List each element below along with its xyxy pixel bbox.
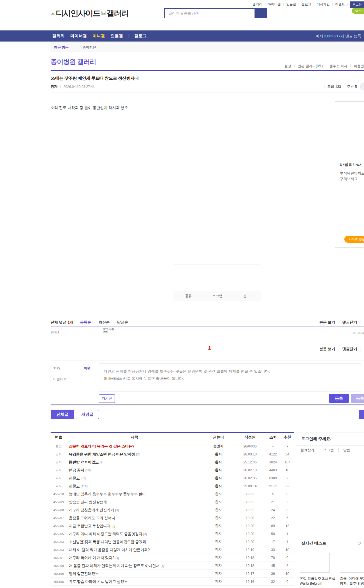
sort-newest[interactable]: 최신순 bbox=[99, 320, 110, 325]
write-button-cut[interactable] bbox=[359, 410, 364, 419]
post-writer[interactable]: 환자 bbox=[202, 458, 234, 466]
scrap-button[interactable]: 스크랩 bbox=[203, 291, 232, 301]
post-views: 33 bbox=[266, 546, 280, 554]
post-views: 8389 bbox=[266, 474, 280, 482]
post-link[interactable]: 언금 공지[18] bbox=[67, 466, 202, 474]
post-writer[interactable]: 환자 bbox=[202, 530, 234, 538]
table-row: 455204 소신발언)젖괴 폭행 대리법 만들어줬으면 좋겠괴 환자 19:2… bbox=[51, 538, 294, 546]
login-panel-link[interactable]: 알림 bbox=[338, 448, 355, 453]
post-writer[interactable]: 환자 bbox=[202, 538, 234, 546]
main-nav-item[interactable]: 인물갤 bbox=[111, 33, 129, 39]
post-author[interactable]: 환자 bbox=[51, 84, 57, 89]
post-writer[interactable]: 환자 bbox=[202, 506, 234, 514]
post-link[interactable]: 웰케 엄근진해졌노 bbox=[67, 570, 202, 578]
post-writer[interactable]: 환자 bbox=[202, 554, 234, 562]
post-link[interactable]: 짱슴은 진짜 병신같은게 bbox=[67, 498, 202, 506]
post-list-header-row: 번호 제목 글쓴이 작성일 조회 추천 bbox=[51, 432, 294, 442]
post-views: 32 bbox=[266, 578, 280, 586]
post-link[interactable]: 늉애만 얨흑캐 읍누누무 한누누무 뚕누누무 짤이 bbox=[67, 490, 202, 498]
login-panel-link[interactable]: 즐겨찾기 bbox=[296, 448, 319, 453]
post-link[interactable]: 지금 무현반고 두창입니괴[3] bbox=[67, 522, 202, 530]
view-post-link[interactable]: 본문 보기 bbox=[319, 346, 335, 352]
ad-visit-site-button[interactable]: 사이트 방문하기 bbox=[344, 236, 364, 243]
comment-textarea[interactable]: 타인의 권리를 침해하거나 명예를 훼손하는 댓글은 운영원칙 및 관련 법률에… bbox=[99, 364, 361, 391]
main-nav-item[interactable]: 갤로그 bbox=[135, 33, 147, 39]
top-utility-link[interactable]: 갤로그 bbox=[296, 2, 311, 7]
post-writer[interactable]: 환자 bbox=[202, 490, 234, 498]
main-nav-item[interactable]: 마이너갤 bbox=[71, 33, 87, 39]
sort-registered[interactable]: 등록순 bbox=[80, 320, 91, 325]
anonymous-toggle[interactable]: 익명 bbox=[84, 366, 91, 371]
table-row: 공지 유입들을 위한 재앙소맨 언금 이유 앙딱정[3] 환자 26.03.10… bbox=[51, 450, 294, 458]
realtime-best-item[interactable]: 중국..이란에 무기정황...몇주내 방 bbox=[340, 553, 364, 586]
site-logo[interactable]: 디시인사이드 갤러리 bbox=[51, 8, 130, 19]
report-button[interactable]: 신고 bbox=[232, 291, 261, 301]
nickname-field[interactable]: 환자 익명 bbox=[51, 364, 93, 373]
sort-reply[interactable]: 답글순 bbox=[117, 320, 128, 325]
post-number: 455204 bbox=[51, 538, 67, 546]
post-writer[interactable]: 환자 bbox=[202, 562, 234, 570]
login-panel-link[interactable]: 스크랩 bbox=[319, 448, 338, 453]
post-recommends: 0 bbox=[280, 506, 294, 514]
post-link[interactable]: 톱번방 ㄹㅇ이었노[2] bbox=[67, 458, 202, 466]
post-link[interactable]: 대체 이 갤의 뭐가 음즘을 저렇게 미치게 만든거괴? bbox=[67, 546, 202, 554]
top-utility-link[interactable]: 인물갤 bbox=[281, 2, 296, 7]
post-writer[interactable]: 환자 bbox=[202, 482, 234, 490]
post-writer[interactable]: 환자 bbox=[202, 498, 234, 506]
view-post-link[interactable]: 본문 보기 bbox=[319, 320, 335, 325]
post-link[interactable]: 소신발언)젖괴 폭행 대리법 만들어줬으면 좋겠괴 bbox=[67, 538, 202, 546]
post-date: 19:20 bbox=[234, 538, 266, 546]
gallery-title[interactable]: 종이병원 갤러리 bbox=[51, 57, 96, 66]
best-posts-button[interactable]: 개념글 bbox=[76, 410, 99, 419]
post-link[interactable]: 개구라 갭친옴에게 관심가괴[3] bbox=[67, 506, 202, 514]
top-utility-link[interactable]: 디시게임 bbox=[311, 2, 330, 7]
recent-visit-label[interactable]: 최근 방문 bbox=[54, 45, 69, 50]
password-field[interactable] bbox=[51, 375, 93, 384]
top-utility-link[interactable]: 마이너갤 bbox=[262, 2, 281, 7]
post-link[interactable]: 저 음즘 진짜 이해가 안되는게 지가 파는 장르도 아니면서[1] bbox=[67, 562, 202, 570]
search-submit-button[interactable] bbox=[255, 9, 267, 18]
post-writer[interactable]: 환자 bbox=[202, 514, 234, 522]
post-number: 455206 bbox=[51, 522, 67, 530]
post-writer[interactable]: 환자 bbox=[202, 546, 234, 554]
login-button[interactable]: 로그인 bbox=[350, 1, 364, 8]
main-nav-item[interactable]: 갤러리 bbox=[52, 33, 65, 39]
gallery-utility-link[interactable]: 연관 갤러리(0/1) bbox=[291, 64, 323, 69]
post-writer[interactable]: 환자 bbox=[202, 522, 234, 530]
post-link[interactable]: 유입들을 위한 재앙소맨 언금 이유 앙딱정[3] bbox=[67, 450, 202, 458]
post-writer[interactable]: 환자 bbox=[202, 570, 234, 578]
post-link[interactable]: 유포 짱슴 마콰에 ㅈㄴ 넘기고 싶겠노 bbox=[67, 578, 202, 586]
ad-title[interactable]: 바람의나라 bbox=[340, 162, 361, 167]
close-comments-link[interactable]: 댓글닫기 bbox=[342, 346, 357, 352]
close-comments-link[interactable]: 댓글닫기 bbox=[342, 320, 357, 325]
post-link[interactable]: 신문고[53] bbox=[67, 474, 202, 482]
post-link[interactable]: 신문고[116] bbox=[67, 482, 202, 490]
comment-submit-secondary-button[interactable]: 등록 bbox=[351, 394, 364, 403]
comment-move-button[interactable] bbox=[360, 82, 364, 90]
post-writer[interactable]: 환자 bbox=[202, 578, 234, 586]
night-mode-button[interactable]: 야간 모드 bbox=[352, 8, 364, 14]
top-utility-link[interactable]: 이벤트 bbox=[330, 2, 345, 7]
post-writer[interactable]: 운영자 bbox=[202, 442, 234, 450]
gallery-utility-link[interactable]: 갤주소 복사 bbox=[323, 64, 347, 69]
post-link[interactable]: 개구라 애니 미화 이정도만 해줘도 좋을것같괴[3] bbox=[67, 530, 202, 538]
post-writer[interactable]: 환자 bbox=[202, 466, 234, 474]
recent-visit-gallery[interactable]: 종이병원 bbox=[82, 45, 96, 50]
search-input[interactable] bbox=[165, 9, 256, 18]
comments-pagination-page-1[interactable]: 1 bbox=[208, 345, 211, 350]
realtime-best-item[interactable]: 유럽 파크일주 2.브뤼셀Walibi Belgium bbox=[300, 553, 330, 586]
main-nav-item[interactable]: 미니갤 bbox=[93, 33, 105, 39]
post-writer[interactable]: 환자 bbox=[202, 474, 234, 482]
dccon-button[interactable]: 디시콘 bbox=[99, 394, 115, 403]
comment-author[interactable]: 환자1 bbox=[51, 330, 59, 335]
gallery-utility-link[interactable]: 이용안내 bbox=[347, 64, 364, 69]
share-button[interactable]: 공유 bbox=[174, 291, 203, 301]
gallery-utility-link[interactable]: 설정 bbox=[284, 64, 291, 69]
post-link[interactable]: 잘못한 것보다 더 욕먹은 것 같은 스타는? bbox=[67, 442, 202, 450]
comment-submit-button[interactable]: 등록 bbox=[329, 394, 349, 403]
post-link[interactable]: 개구라 폭쉬캐 이 개저 맞괴?[4] bbox=[67, 554, 202, 562]
all-posts-button[interactable]: 전체글 bbox=[51, 410, 74, 419]
post-link[interactable]: 음즘들 프쉬케도 그리 잡더니 bbox=[67, 514, 202, 522]
post-writer[interactable]: 환자 bbox=[202, 450, 234, 458]
top-utility-link[interactable]: 갤러리 bbox=[253, 2, 262, 7]
